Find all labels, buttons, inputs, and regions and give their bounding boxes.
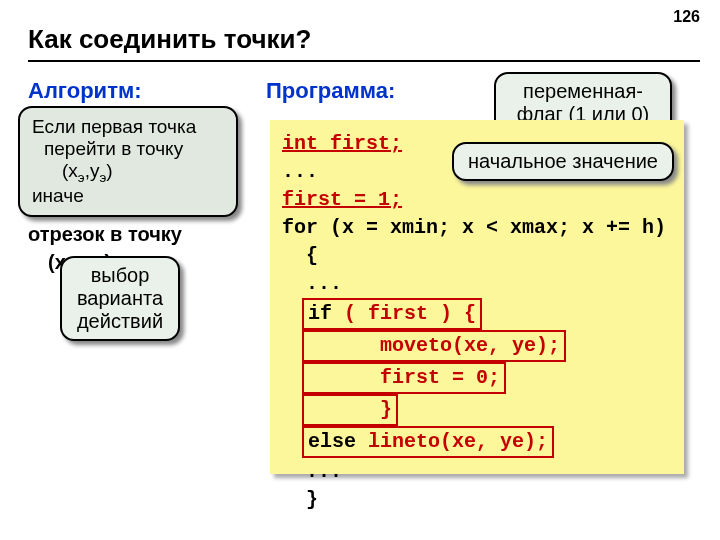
section-algorithm: Алгоритм: — [28, 78, 142, 104]
choice-callout: выбор варианта действий — [60, 256, 180, 341]
code-line-12: ... — [282, 458, 672, 486]
code-line-8: moveto(xe, ye); — [282, 330, 672, 362]
alg-bg-line5: отрезок в точку — [28, 220, 182, 248]
section-program: Программа: — [266, 78, 395, 104]
algbox-l1: Если первая точка — [32, 116, 224, 138]
choice-line: выбор — [76, 264, 164, 287]
algorithm-callout: Если первая точка перейти в точку (xэ,yэ… — [18, 106, 238, 217]
choice-line: варианта — [76, 287, 164, 310]
flag-line: переменная- — [510, 80, 656, 103]
code-line-4: for (x = xmin; x < xmax; x += h) — [282, 214, 672, 242]
initial-value-callout: начальное значение — [452, 142, 674, 181]
page-title: Как соединить точки? — [28, 24, 311, 55]
code-line-9: first = 0; — [282, 362, 672, 394]
code-line-13: } — [282, 486, 672, 514]
code-line-5: { — [282, 242, 672, 270]
code-line-11: else lineto(xe, ye); — [282, 426, 672, 458]
algbox-l3: (xэ,yэ) — [32, 160, 224, 185]
choice-line: действий — [76, 310, 164, 333]
code-line-10: } — [282, 394, 672, 426]
algbox-l4: иначе — [32, 185, 224, 207]
algbox-l2: перейти в точку — [32, 138, 224, 160]
code-line-6: ... — [282, 270, 672, 298]
page-number: 126 — [673, 8, 700, 26]
title-divider — [28, 60, 700, 62]
code-line-3: first = 1; — [282, 186, 672, 214]
code-line-7: if ( first ) { — [282, 298, 672, 330]
